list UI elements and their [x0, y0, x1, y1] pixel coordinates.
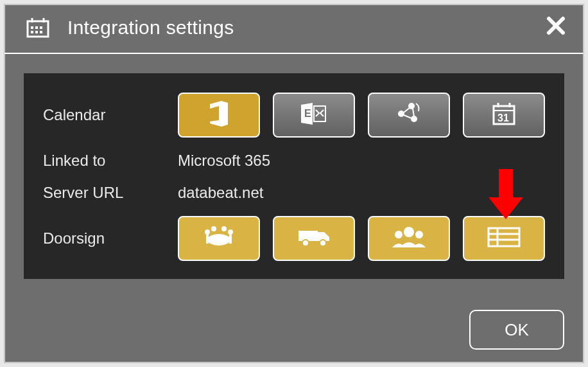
sharepoint-icon — [395, 100, 423, 130]
server-url-row: Server URL databeat.net — [43, 184, 548, 202]
close-icon[interactable] — [542, 13, 569, 41]
calendar-options: E — [178, 93, 545, 138]
dialog-footer: OK — [469, 310, 564, 350]
svg-marker-12 — [221, 101, 228, 127]
svg-point-35 — [395, 231, 402, 238]
doorsign-option-people[interactable] — [368, 216, 450, 261]
doorsign-options — [178, 216, 545, 261]
ok-button-label: OK — [505, 320, 529, 340]
svg-point-34 — [404, 227, 414, 237]
dialog-title: Integration settings — [67, 17, 542, 39]
delivery-van-icon — [296, 226, 332, 251]
svg-rect-15 — [314, 106, 325, 121]
content-panel: Calendar E — [24, 73, 564, 279]
svg-point-26 — [228, 229, 233, 235]
svg-rect-5 — [40, 26, 42, 29]
svg-rect-8 — [40, 31, 42, 33]
server-url-label: Server URL — [43, 184, 178, 202]
svg-rect-6 — [31, 31, 33, 33]
people-group-icon — [391, 224, 427, 253]
svg-point-28 — [221, 226, 227, 231]
doorsign-row: Doorsign — [43, 216, 548, 261]
calendar-label: Calendar — [43, 106, 178, 124]
exchange-icon: E — [300, 101, 328, 129]
meeting-room-icon — [200, 223, 238, 254]
svg-rect-30 — [229, 235, 232, 244]
svg-marker-11 — [210, 101, 221, 127]
calendar-option-exchange[interactable]: E — [273, 93, 355, 138]
svg-text:31: 31 — [497, 112, 509, 123]
calendar-row: Calendar E — [43, 93, 548, 138]
svg-point-36 — [415, 231, 423, 238]
calendar-option-office365[interactable] — [178, 93, 260, 138]
svg-point-32 — [302, 240, 309, 246]
linked-to-row: Linked to Microsoft 365 — [43, 152, 548, 170]
svg-point-27 — [211, 226, 216, 231]
calendar-31-icon: 31 — [490, 100, 518, 130]
linked-to-value: Microsoft 365 — [178, 152, 270, 170]
ok-button[interactable]: OK — [469, 310, 564, 350]
svg-point-33 — [320, 240, 326, 246]
svg-rect-3 — [31, 26, 33, 29]
svg-rect-4 — [35, 26, 38, 29]
svg-text:E: E — [304, 108, 311, 119]
doorsign-option-meeting[interactable] — [178, 216, 260, 261]
titlebar: Integration settings — [4, 4, 584, 54]
svg-rect-7 — [35, 31, 38, 33]
calendar-option-sharepoint[interactable] — [368, 93, 450, 138]
svg-point-25 — [205, 229, 210, 235]
doorsign-option-list[interactable] — [463, 216, 545, 261]
svg-point-16 — [398, 111, 404, 117]
server-url-value: databeat.net — [178, 184, 263, 202]
calendar-option-generic[interactable]: 31 — [463, 93, 545, 138]
integration-settings-dialog: Integration settings Calendar — [4, 4, 584, 363]
svg-rect-31 — [298, 231, 318, 241]
doorsign-label: Doorsign — [43, 229, 178, 247]
doorsign-option-delivery[interactable] — [273, 216, 355, 261]
linked-to-label: Linked to — [43, 152, 178, 170]
svg-point-24 — [207, 234, 230, 246]
svg-rect-37 — [489, 228, 519, 246]
channel-list-icon — [485, 224, 523, 253]
office-icon — [206, 100, 232, 130]
svg-rect-29 — [206, 235, 209, 244]
calendar-title-icon — [25, 15, 51, 40]
svg-point-18 — [411, 116, 417, 122]
